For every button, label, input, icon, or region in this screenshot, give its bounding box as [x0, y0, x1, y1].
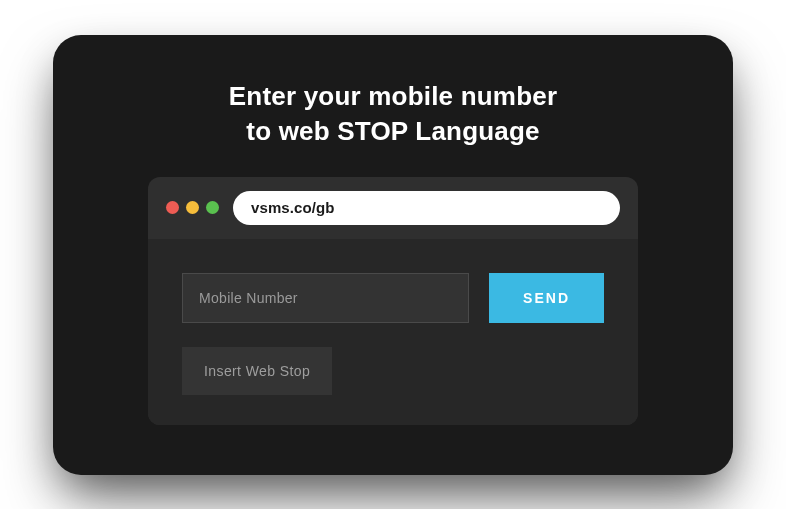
page-title: Enter your mobile number to web STOP Lan… — [229, 79, 557, 149]
window-controls — [166, 201, 219, 214]
browser-window: vsms.co/gb SEND Insert Web Stop — [148, 177, 638, 425]
url-text: vsms.co/gb — [251, 199, 335, 216]
input-row: SEND — [182, 273, 604, 323]
browser-top-bar: vsms.co/gb — [148, 177, 638, 239]
title-line-1: Enter your mobile number — [229, 79, 557, 114]
mobile-number-input[interactable] — [182, 273, 469, 323]
insert-row: Insert Web Stop — [182, 347, 604, 395]
insert-web-stop-button[interactable]: Insert Web Stop — [182, 347, 332, 395]
device-card: Enter your mobile number to web STOP Lan… — [53, 35, 733, 475]
send-button[interactable]: SEND — [489, 273, 604, 323]
minimize-icon[interactable] — [186, 201, 199, 214]
maximize-icon[interactable] — [206, 201, 219, 214]
browser-body: SEND Insert Web Stop — [148, 239, 638, 425]
title-line-2: to web STOP Language — [229, 114, 557, 149]
url-bar[interactable]: vsms.co/gb — [233, 191, 620, 225]
close-icon[interactable] — [166, 201, 179, 214]
